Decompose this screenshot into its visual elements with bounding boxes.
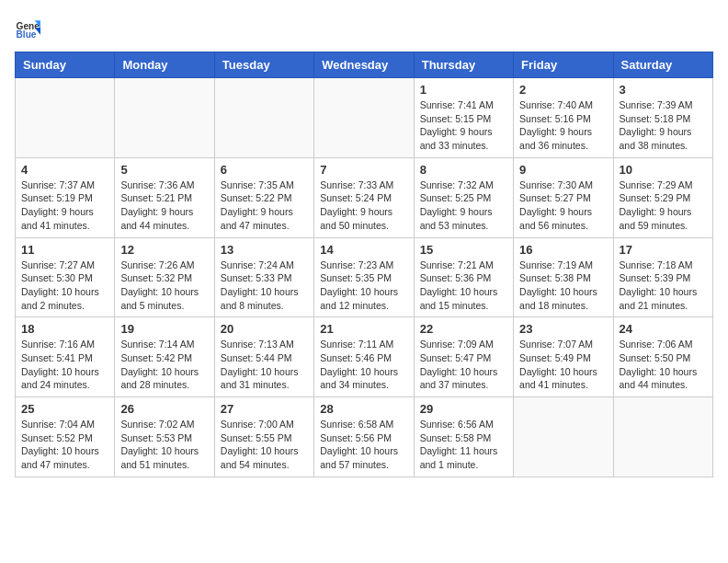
day-cell-5: 5Sunrise: 7:36 AM Sunset: 5:21 PM Daylig…: [115, 157, 214, 237]
day-cell-12: 12Sunrise: 7:26 AM Sunset: 5:32 PM Dayli…: [115, 237, 214, 317]
day-number: 17: [620, 243, 707, 257]
day-number: 20: [221, 322, 308, 336]
day-number: 6: [221, 163, 308, 177]
day-info: Sunrise: 7:02 AM Sunset: 5:53 PM Dayligh…: [120, 418, 208, 472]
day-cell-6: 6Sunrise: 7:35 AM Sunset: 5:22 PM Daylig…: [214, 157, 313, 237]
empty-cell: [314, 78, 414, 158]
day-number: 12: [120, 243, 208, 257]
header: General Blue: [15, 15, 713, 40]
day-number: 4: [21, 163, 108, 177]
day-info: Sunrise: 7:24 AM Sunset: 5:33 PM Dayligh…: [221, 259, 308, 313]
day-info: Sunrise: 7:16 AM Sunset: 5:41 PM Dayligh…: [21, 338, 108, 392]
day-info: Sunrise: 7:04 AM Sunset: 5:52 PM Dayligh…: [21, 418, 108, 472]
day-number: 1: [420, 83, 507, 97]
day-info: Sunrise: 7:37 AM Sunset: 5:19 PM Dayligh…: [21, 178, 108, 233]
day-cell-2: 2Sunrise: 7:40 AM Sunset: 5:16 PM Daylig…: [514, 78, 613, 158]
calendar: SundayMondayTuesdayWednesdayThursdayFrid…: [15, 52, 713, 477]
day-number: 3: [620, 83, 707, 97]
day-info: Sunrise: 7:27 AM Sunset: 5:30 PM Dayligh…: [21, 259, 108, 313]
day-number: 14: [320, 243, 407, 257]
empty-cell: [613, 397, 712, 477]
day-number: 7: [320, 163, 407, 177]
day-cell-10: 10Sunrise: 7:29 AM Sunset: 5:29 PM Dayli…: [613, 157, 712, 237]
day-info: Sunrise: 7:40 AM Sunset: 5:16 PM Dayligh…: [519, 98, 607, 153]
logo-icon: General Blue: [15, 15, 40, 40]
week-row-3: 11Sunrise: 7:27 AM Sunset: 5:30 PM Dayli…: [16, 237, 713, 317]
day-info: Sunrise: 6:56 AM Sunset: 5:58 PM Dayligh…: [420, 418, 507, 472]
day-number: 5: [120, 163, 208, 177]
day-info: Sunrise: 7:32 AM Sunset: 5:25 PM Dayligh…: [420, 178, 507, 233]
day-number: 23: [519, 322, 607, 336]
day-info: Sunrise: 7:14 AM Sunset: 5:42 PM Dayligh…: [120, 338, 208, 392]
day-info: Sunrise: 7:36 AM Sunset: 5:21 PM Dayligh…: [120, 178, 208, 233]
empty-cell: [16, 78, 115, 158]
day-cell-7: 7Sunrise: 7:33 AM Sunset: 5:24 PM Daylig…: [314, 157, 414, 237]
day-info: Sunrise: 7:35 AM Sunset: 5:22 PM Dayligh…: [221, 178, 308, 233]
day-cell-28: 28Sunrise: 6:58 AM Sunset: 5:56 PM Dayli…: [314, 397, 414, 477]
week-row-5: 25Sunrise: 7:04 AM Sunset: 5:52 PM Dayli…: [16, 397, 713, 477]
day-cell-29: 29Sunrise: 6:56 AM Sunset: 5:58 PM Dayli…: [414, 397, 513, 477]
day-info: Sunrise: 7:26 AM Sunset: 5:32 PM Dayligh…: [120, 259, 208, 313]
day-cell-14: 14Sunrise: 7:23 AM Sunset: 5:35 PM Dayli…: [314, 237, 414, 317]
empty-cell: [214, 78, 313, 158]
day-info: Sunrise: 7:30 AM Sunset: 5:27 PM Dayligh…: [519, 178, 607, 233]
day-info: Sunrise: 7:09 AM Sunset: 5:47 PM Dayligh…: [420, 338, 507, 392]
week-row-4: 18Sunrise: 7:16 AM Sunset: 5:41 PM Dayli…: [16, 317, 713, 397]
day-number: 18: [21, 322, 108, 336]
col-header-sunday: Sunday: [16, 52, 115, 78]
day-number: 22: [420, 322, 507, 336]
day-number: 10: [620, 163, 707, 177]
col-header-thursday: Thursday: [414, 52, 513, 78]
day-info: Sunrise: 7:06 AM Sunset: 5:50 PM Dayligh…: [620, 338, 707, 392]
day-number: 13: [221, 243, 308, 257]
day-number: 25: [21, 402, 108, 416]
day-cell-15: 15Sunrise: 7:21 AM Sunset: 5:36 PM Dayli…: [414, 237, 513, 317]
empty-cell: [514, 397, 613, 477]
day-info: Sunrise: 7:21 AM Sunset: 5:36 PM Dayligh…: [420, 259, 507, 313]
day-cell-27: 27Sunrise: 7:00 AM Sunset: 5:55 PM Dayli…: [214, 397, 313, 477]
day-cell-17: 17Sunrise: 7:18 AM Sunset: 5:39 PM Dayli…: [613, 237, 712, 317]
day-info: Sunrise: 7:39 AM Sunset: 5:18 PM Dayligh…: [620, 98, 707, 153]
day-cell-11: 11Sunrise: 7:27 AM Sunset: 5:30 PM Dayli…: [16, 237, 115, 317]
day-info: Sunrise: 7:19 AM Sunset: 5:38 PM Dayligh…: [519, 259, 607, 313]
day-cell-21: 21Sunrise: 7:11 AM Sunset: 5:46 PM Dayli…: [314, 317, 414, 397]
day-number: 8: [420, 163, 507, 177]
day-number: 26: [120, 402, 208, 416]
day-info: Sunrise: 7:29 AM Sunset: 5:29 PM Dayligh…: [620, 178, 707, 233]
day-info: Sunrise: 7:11 AM Sunset: 5:46 PM Dayligh…: [320, 338, 407, 392]
day-number: 9: [519, 163, 607, 177]
day-number: 28: [320, 402, 407, 416]
week-row-2: 4Sunrise: 7:37 AM Sunset: 5:19 PM Daylig…: [16, 157, 713, 237]
empty-cell: [115, 78, 214, 158]
day-cell-22: 22Sunrise: 7:09 AM Sunset: 5:47 PM Dayli…: [414, 317, 513, 397]
day-cell-20: 20Sunrise: 7:13 AM Sunset: 5:44 PM Dayli…: [214, 317, 313, 397]
day-number: 24: [620, 322, 707, 336]
day-number: 21: [320, 322, 407, 336]
col-header-monday: Monday: [115, 52, 214, 78]
day-cell-24: 24Sunrise: 7:06 AM Sunset: 5:50 PM Dayli…: [613, 317, 712, 397]
day-cell-8: 8Sunrise: 7:32 AM Sunset: 5:25 PM Daylig…: [414, 157, 513, 237]
day-cell-23: 23Sunrise: 7:07 AM Sunset: 5:49 PM Dayli…: [514, 317, 613, 397]
day-cell-3: 3Sunrise: 7:39 AM Sunset: 5:18 PM Daylig…: [613, 78, 712, 158]
day-number: 16: [519, 243, 607, 257]
col-header-tuesday: Tuesday: [214, 52, 313, 78]
day-info: Sunrise: 7:41 AM Sunset: 5:15 PM Dayligh…: [420, 98, 507, 153]
day-info: Sunrise: 6:58 AM Sunset: 5:56 PM Dayligh…: [320, 418, 407, 472]
day-number: 11: [21, 243, 108, 257]
day-cell-13: 13Sunrise: 7:24 AM Sunset: 5:33 PM Dayli…: [214, 237, 313, 317]
day-cell-1: 1Sunrise: 7:41 AM Sunset: 5:15 PM Daylig…: [414, 78, 513, 158]
day-info: Sunrise: 7:13 AM Sunset: 5:44 PM Dayligh…: [221, 338, 308, 392]
day-info: Sunrise: 7:33 AM Sunset: 5:24 PM Dayligh…: [320, 178, 407, 233]
svg-text:Blue: Blue: [17, 29, 37, 40]
day-cell-9: 9Sunrise: 7:30 AM Sunset: 5:27 PM Daylig…: [514, 157, 613, 237]
calendar-header-row: SundayMondayTuesdayWednesdayThursdayFrid…: [16, 52, 713, 78]
week-row-1: 1Sunrise: 7:41 AM Sunset: 5:15 PM Daylig…: [16, 78, 713, 158]
day-info: Sunrise: 7:07 AM Sunset: 5:49 PM Dayligh…: [519, 338, 607, 392]
day-info: Sunrise: 7:00 AM Sunset: 5:55 PM Dayligh…: [221, 418, 308, 472]
day-cell-4: 4Sunrise: 7:37 AM Sunset: 5:19 PM Daylig…: [16, 157, 115, 237]
day-number: 15: [420, 243, 507, 257]
day-cell-18: 18Sunrise: 7:16 AM Sunset: 5:41 PM Dayli…: [16, 317, 115, 397]
day-cell-25: 25Sunrise: 7:04 AM Sunset: 5:52 PM Dayli…: [16, 397, 115, 477]
logo: General Blue: [15, 15, 44, 40]
day-info: Sunrise: 7:18 AM Sunset: 5:39 PM Dayligh…: [620, 259, 707, 313]
